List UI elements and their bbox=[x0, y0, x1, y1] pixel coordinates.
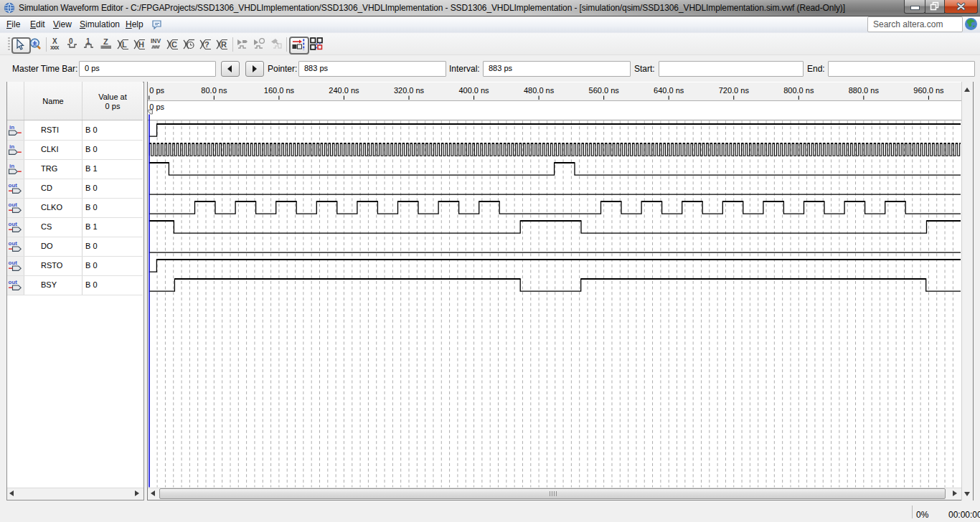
svg-text:400.0 ns: 400.0 ns bbox=[458, 86, 489, 95]
svg-text:640.0 ns: 640.0 ns bbox=[654, 86, 684, 95]
svg-text:320.0 ns: 320.0 ns bbox=[394, 86, 425, 95]
svg-text:480.0 ns: 480.0 ns bbox=[524, 86, 555, 95]
svg-text:160.0 ns: 160.0 ns bbox=[264, 86, 295, 95]
svg-text:880.0 ns: 880.0 ns bbox=[849, 86, 880, 95]
svg-text:800.0 ns: 800.0 ns bbox=[783, 86, 814, 95]
svg-text:560.0 ns: 560.0 ns bbox=[589, 86, 620, 95]
svg-text:0 ps: 0 ps bbox=[149, 86, 164, 95]
svg-text:80.0 ns: 80.0 ns bbox=[201, 86, 227, 95]
svg-text:960.0 ns: 960.0 ns bbox=[913, 86, 944, 95]
svg-text:720.0 ns: 720.0 ns bbox=[719, 86, 750, 95]
svg-text:240.0 ns: 240.0 ns bbox=[329, 86, 359, 95]
